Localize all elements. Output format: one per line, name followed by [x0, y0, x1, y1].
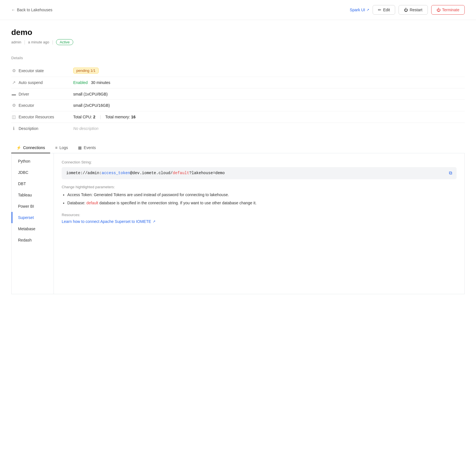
detail-key-driver: ▬ Driver	[11, 92, 73, 96]
back-link[interactable]: ← Back to Lakehouses	[11, 8, 52, 12]
conn-item-metabase[interactable]: Metabase	[12, 223, 54, 234]
connections-container: Python JDBC DBT Tableau Power BI Superse…	[11, 153, 465, 294]
meta-sep-1: |	[24, 40, 25, 45]
tab-connections[interactable]: ⚡ Connections	[11, 143, 50, 153]
database-keyword: default	[86, 201, 98, 205]
terminate-label: Terminate	[442, 8, 459, 12]
tab-events[interactable]: ▦ Events	[73, 143, 101, 153]
restart-button[interactable]: ⏻ Restart	[399, 5, 428, 15]
connections-tab-label: Connections	[23, 145, 45, 150]
detail-row-executor-resources: ◫ Executor Resources Total CPU: 2 | Tota…	[11, 111, 465, 123]
conn-default: default	[173, 171, 189, 175]
detail-row-driver: ▬ Driver small (1vCPU/8GB)	[11, 88, 465, 100]
top-actions: Spark UI ↗ ✏ Edit ⏻ Restart ⏻ Terminate	[350, 5, 465, 15]
details-section: Details ⚙ Executor state pending 1/1 ↗ A…	[0, 48, 476, 140]
bullet-item-2: Database: default database is specified …	[67, 200, 457, 206]
status-badge: Active	[56, 39, 73, 45]
detail-value-executor-resources: Total CPU: 2 | Total memory: 16	[73, 115, 465, 119]
detail-row-description: ℹ Description No description	[11, 123, 465, 134]
logs-tab-label: Logs	[59, 145, 68, 150]
conn-mid: @dev.iomete.cloud/	[130, 171, 173, 175]
enabled-label: Enabled	[73, 80, 88, 85]
conn-string-text: iomete://admin:access_token@dev.iomete.c…	[66, 171, 447, 175]
details-section-label: Details	[11, 56, 465, 60]
terminate-button[interactable]: ⏻ Terminate	[431, 5, 465, 15]
resources-external-icon: ↗	[153, 220, 155, 223]
tab-logs[interactable]: ≡ Logs	[50, 143, 73, 153]
conn-string-label: Connection String:	[62, 160, 457, 164]
conn-item-superset[interactable]: Superset	[12, 212, 54, 223]
conn-access-token: access_token	[102, 171, 130, 175]
detail-value-auto-suspend: Enabled 30 minutes	[73, 80, 465, 85]
detail-key-executor-state: ⚙ Executor state	[11, 68, 73, 73]
detail-row-executor-state: ⚙ Executor state pending 1/1	[11, 65, 465, 77]
events-tab-label: Events	[84, 145, 96, 150]
detail-value-driver: small (1vCPU/8GB)	[73, 92, 465, 96]
conn-item-jdbc[interactable]: JDBC	[12, 167, 54, 178]
time-ago: a minute ago	[28, 40, 49, 44]
bullet-list: Access Token: Generated Tokens are used …	[62, 192, 457, 206]
terminate-icon: ⏻	[437, 8, 441, 12]
arrow-left-icon: ←	[11, 8, 15, 12]
change-params-label: Change hightlighted parameters:	[62, 185, 457, 189]
meta-sep-2: |	[52, 40, 53, 45]
top-bar: ← Back to Lakehouses Spark UI ↗ ✏ Edit ⏻…	[0, 0, 476, 20]
detail-key-executor-resources: ◫ Executor Resources	[11, 114, 73, 119]
edit-icon: ✏	[378, 8, 381, 12]
auto-suspend-icon: ↗	[11, 80, 16, 85]
connections-sidebar: Python JDBC DBT Tableau Power BI Superse…	[12, 153, 54, 294]
conn-item-redash[interactable]: Redash	[12, 234, 54, 246]
detail-value-executor-state: pending 1/1	[73, 68, 465, 74]
edit-label: Edit	[383, 8, 390, 12]
details-grid: ⚙ Executor state pending 1/1 ↗ Auto susp…	[11, 65, 465, 134]
page-title: demo	[11, 28, 465, 37]
executor-state-icon: ⚙	[11, 68, 16, 73]
pending-badge: pending 1/1	[73, 68, 99, 74]
resource-sep: |	[100, 115, 101, 119]
tabs-bar: ⚡ Connections ≡ Logs ▦ Events	[11, 143, 465, 153]
connections-tab-icon: ⚡	[16, 145, 21, 150]
admin-label: admin	[11, 40, 21, 44]
conn-string-box: iomete://admin:access_token@dev.iomete.c…	[62, 167, 457, 179]
back-label: Back to Lakehouses	[17, 8, 52, 12]
resources-link[interactable]: Learn how to connect Apache Superset to …	[62, 219, 457, 224]
description-icon: ℹ	[11, 126, 16, 131]
detail-row-executor: ⚙ Executor small (2vCPU/16GB)	[11, 100, 465, 111]
conn-item-dbt[interactable]: DBT	[12, 178, 54, 189]
events-tab-icon: ▦	[78, 145, 82, 150]
resources-label: Resources:	[62, 213, 457, 217]
conn-item-tableau[interactable]: Tableau	[12, 189, 54, 201]
logs-tab-icon: ≡	[55, 145, 57, 150]
spark-ui-label: Spark UI	[350, 8, 365, 12]
edit-button[interactable]: ✏ Edit	[373, 5, 395, 15]
conn-item-python[interactable]: Python	[12, 156, 54, 167]
detail-value-executor: small (2vCPU/16GB)	[73, 103, 465, 108]
resources-link-text: Learn how to connect Apache Superset to …	[62, 219, 151, 224]
connections-content: Connection String: iomete://admin:access…	[54, 153, 464, 294]
detail-key-auto-suspend: ↗ Auto suspend	[11, 80, 73, 85]
detail-row-auto-suspend: ↗ Auto suspend Enabled 30 minutes	[11, 77, 465, 88]
detail-value-description: No description	[73, 126, 465, 131]
conn-suffix: ?lakehouse=demo	[189, 171, 225, 175]
external-link-icon: ↗	[366, 8, 369, 12]
spark-ui-link[interactable]: Spark UI ↗	[350, 8, 369, 12]
executor-icon: ⚙	[11, 103, 16, 108]
bullet-item-1: Access Token: Generated Tokens are used …	[67, 192, 457, 198]
conn-item-power-bi[interactable]: Power BI	[12, 201, 54, 212]
page-meta: admin | a minute ago | Active	[11, 39, 465, 45]
restart-label: Restart	[410, 8, 422, 12]
restart-icon: ⏻	[404, 8, 408, 12]
detail-key-executor: ⚙ Executor	[11, 103, 73, 108]
copy-icon[interactable]: ⧉	[449, 170, 452, 176]
detail-key-description: ℹ Description	[11, 126, 73, 131]
driver-icon: ▬	[11, 92, 16, 96]
page-header: demo admin | a minute ago | Active	[0, 20, 476, 48]
executor-resources-icon: ◫	[11, 114, 16, 119]
conn-prefix: iomete://admin:	[66, 171, 102, 175]
